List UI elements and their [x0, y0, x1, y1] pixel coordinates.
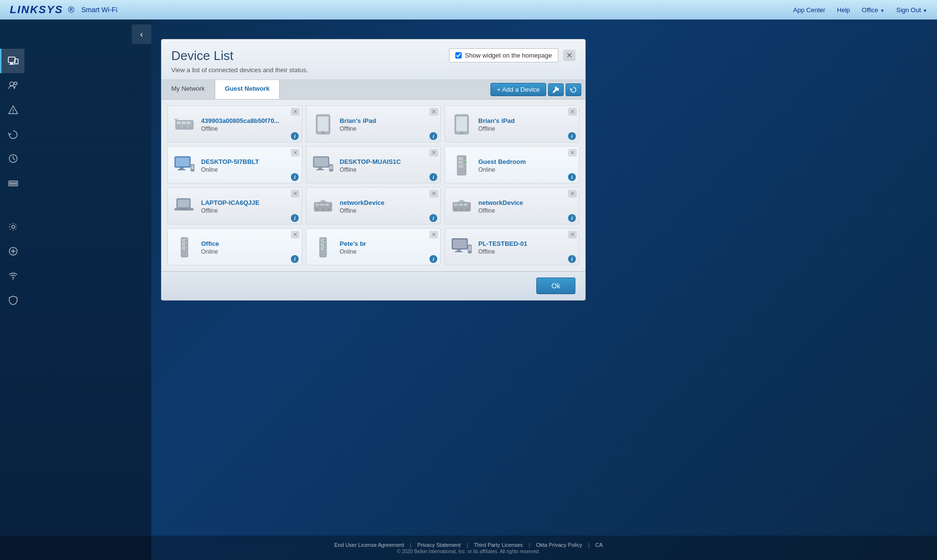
svg-rect-38: [180, 167, 183, 169]
device-card[interactable]: Brian's iPad Offline ✕ i: [445, 105, 579, 142]
device-icon-area: [173, 236, 196, 259]
device-name: Brian's iPad: [340, 117, 435, 124]
device-info-button[interactable]: i: [568, 132, 576, 140]
svg-rect-39: [178, 169, 185, 170]
app-center-link[interactable]: App Center: [793, 6, 825, 14]
help-link[interactable]: Help: [837, 6, 850, 14]
device-remove-button[interactable]: ✕: [429, 149, 438, 157]
device-info-button[interactable]: i: [429, 255, 437, 263]
footer-link-third-party[interactable]: Third Party Licenses: [474, 542, 523, 548]
svg-rect-15: [16, 182, 17, 185]
sidebar-item-devices[interactable]: [0, 49, 24, 73]
device-remove-button[interactable]: ✕: [291, 149, 300, 157]
svg-point-67: [328, 209, 330, 210]
device-status: Offline: [478, 248, 574, 255]
panel-title: Device List: [171, 48, 308, 63]
sidebar-item-alerts[interactable]: [0, 98, 24, 122]
device-info-button[interactable]: i: [429, 173, 437, 181]
svg-point-26: [184, 127, 185, 128]
device-card[interactable]: Pete's br Online ✕ i: [306, 228, 441, 265]
device-card[interactable]: Guest Bedroom Online ✕ i: [445, 146, 579, 183]
sidebar: ‹: [0, 20, 151, 560]
svg-point-25: [178, 127, 180, 128]
svg-rect-41: [191, 165, 194, 169]
footer-link-privacy[interactable]: Privacy Statement: [417, 542, 461, 548]
device-status: Online: [201, 166, 297, 173]
device-remove-button[interactable]: ✕: [568, 108, 577, 116]
svg-rect-31: [318, 117, 328, 131]
device-card[interactable]: LAPTOP-ICA6QJJE Offline ✕ i: [167, 187, 302, 224]
device-remove-button[interactable]: ✕: [291, 190, 300, 198]
sidebar-item-settings[interactable]: [0, 215, 24, 239]
refresh-button[interactable]: [566, 83, 581, 96]
device-info-button[interactable]: i: [291, 173, 299, 181]
tab-guest-network[interactable]: Guest Network: [215, 80, 280, 99]
device-card[interactable]: DESKTOP-MUAIS1C Offline ✕ i: [306, 146, 441, 183]
footer-links: End User License Agreement | Privacy Sta…: [334, 542, 603, 548]
svg-rect-28: [174, 119, 178, 120]
device-card[interactable]: PL-TESTBED-01 Offline ✕ i: [445, 228, 579, 265]
sidebar-item-update[interactable]: [0, 239, 24, 263]
device-info: Pete's br Online: [340, 240, 435, 255]
svg-rect-93: [457, 249, 461, 251]
device-card[interactable]: networkDevice Offline ✕ i: [306, 187, 441, 224]
office-chevron-icon: [880, 6, 885, 14]
device-name: Office: [201, 240, 297, 247]
device-remove-button[interactable]: ✕: [568, 231, 577, 239]
device-info: DESKTOP-5I7BBLT Online: [201, 158, 297, 173]
office-link[interactable]: Office: [862, 6, 885, 14]
svg-point-83: [185, 248, 186, 249]
device-remove-button[interactable]: ✕: [429, 108, 438, 116]
tablet-icon: [314, 114, 332, 135]
show-widget-checkbox[interactable]: [455, 52, 462, 59]
device-card[interactable]: Office Online ✕ i: [167, 228, 302, 265]
device-info-button[interactable]: i: [291, 214, 299, 222]
device-remove-button[interactable]: ✕: [568, 190, 577, 198]
configure-button[interactable]: [548, 83, 564, 96]
device-info-button[interactable]: i: [429, 132, 437, 140]
network-device-icon: [174, 117, 195, 132]
sidebar-item-security[interactable]: [0, 288, 24, 312]
svg-rect-94: [455, 251, 463, 252]
sidebar-item-backup[interactable]: [0, 122, 24, 146]
device-remove-button[interactable]: ✕: [429, 231, 438, 239]
svg-point-32: [322, 132, 324, 134]
ok-button[interactable]: Ok: [536, 278, 575, 294]
device-icon-area: [450, 154, 473, 177]
panel-subtitle: View a list of connected devices and the…: [171, 66, 308, 74]
device-remove-button[interactable]: ✕: [429, 190, 438, 198]
footer-link-eula[interactable]: End User License Agreement: [334, 542, 404, 548]
device-remove-button[interactable]: ✕: [291, 108, 300, 116]
device-info-button[interactable]: i: [429, 214, 437, 222]
device-remove-button[interactable]: ✕: [568, 149, 577, 157]
device-card[interactable]: networkDevice Offline ✕ i: [445, 187, 579, 224]
device-info: 439903a00805ca8b50f70... Offline: [201, 117, 297, 132]
device-info-button[interactable]: i: [291, 132, 299, 140]
add-device-button[interactable]: + Add a Device: [490, 83, 546, 96]
device-info-button[interactable]: i: [568, 214, 576, 222]
device-remove-button[interactable]: ✕: [291, 231, 300, 239]
nav-links: App Center Help Office Sign Out: [793, 6, 927, 14]
sidebar-item-ports[interactable]: [0, 171, 24, 195]
device-info-button[interactable]: i: [568, 173, 576, 181]
device-info-button[interactable]: i: [568, 255, 576, 263]
device-name: Pete's br: [340, 240, 435, 247]
show-widget-option[interactable]: Show widget on the homepage: [449, 48, 558, 62]
footer-link-okta[interactable]: Okta Privacy Policy: [536, 542, 582, 548]
close-button[interactable]: ✕: [563, 50, 575, 61]
sidebar-item-wifi[interactable]: [0, 263, 24, 288]
tab-my-network[interactable]: My Network: [162, 80, 215, 99]
device-card[interactable]: 439903a00805ca8b50f70... Offline ✕ i: [167, 105, 302, 142]
device-status: Offline: [201, 125, 297, 132]
svg-rect-58: [178, 200, 189, 207]
svg-rect-70: [454, 203, 458, 206]
device-card[interactable]: DESKTOP-5I7BBLT Online ✕ i: [167, 146, 302, 183]
device-list-panel: Device List View a list of connected dev…: [161, 39, 586, 300]
device-card[interactable]: Brian's iPad Offline ✕ i: [306, 105, 441, 142]
sidebar-toggle-button[interactable]: ‹: [132, 24, 151, 44]
device-info-button[interactable]: i: [291, 255, 299, 263]
sidebar-item-guests[interactable]: [0, 73, 24, 98]
footer-link-ca[interactable]: CA: [595, 542, 603, 548]
sign-out-link[interactable]: Sign Out: [896, 6, 927, 14]
sidebar-item-history[interactable]: [0, 146, 24, 171]
